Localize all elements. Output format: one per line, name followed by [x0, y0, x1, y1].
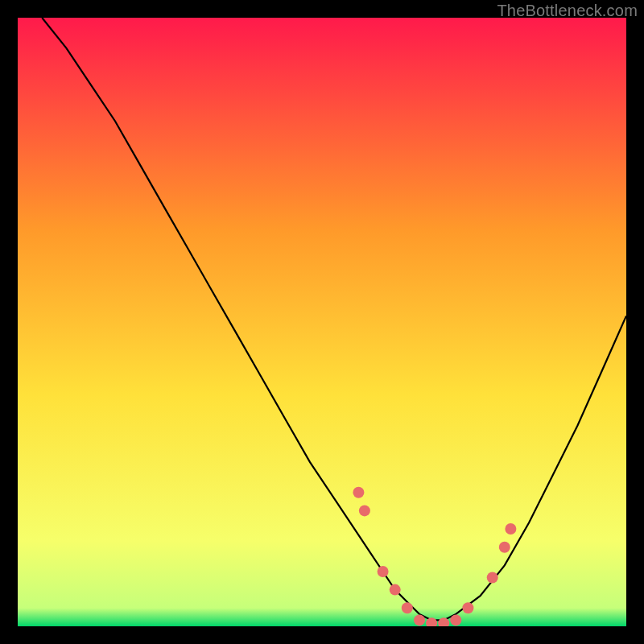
gradient-background: [18, 18, 626, 626]
data-point: [353, 487, 364, 498]
data-point: [462, 602, 473, 613]
bottleneck-chart: [18, 18, 626, 626]
data-point: [378, 566, 389, 577]
chart-frame: [18, 18, 626, 626]
data-point: [450, 614, 461, 625]
data-point: [402, 602, 413, 613]
data-point: [390, 584, 401, 596]
data-point: [487, 572, 498, 584]
data-point: [414, 614, 425, 625]
data-point: [499, 542, 510, 553]
data-point: [359, 505, 370, 516]
data-point: [505, 523, 516, 535]
watermark-text: TheBottleneck.com: [497, 2, 638, 20]
